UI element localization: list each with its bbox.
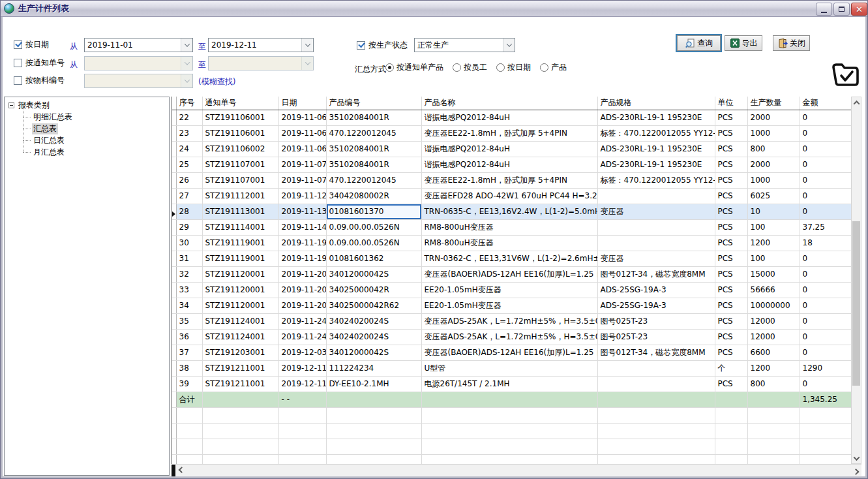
close-window-button[interactable]: ✕: [851, 3, 867, 16]
cell-qty[interactable]: 10000000: [747, 298, 800, 313]
cell-notice[interactable]: STZ191106001: [202, 110, 278, 125]
cell-spec[interactable]: [597, 188, 715, 204]
cell-spec[interactable]: [597, 360, 715, 376]
cell-date[interactable]: 2019-11-14: [278, 219, 326, 235]
cell-unit[interactable]: PCS: [715, 235, 747, 251]
cell-notice[interactable]: STZ191211001: [202, 360, 278, 376]
cell-name[interactable]: 变压器(BAOER)ADS-12AH EE16(加厚)L=1.25 自动: [421, 345, 597, 360]
cell-qty[interactable]: 100: [747, 251, 800, 266]
cell-no[interactable]: 36: [176, 329, 202, 345]
table-row[interactable]: 39STZ1912110012019-12-11DY-EE10-2.1MH电源2…: [172, 376, 851, 392]
cell-amount[interactable]: 0: [800, 141, 851, 157]
cell-code[interactable]: 01081601370: [326, 204, 421, 219]
by-notice-checkbox[interactable]: [14, 59, 22, 67]
cell-code[interactable]: 470.1220012045: [326, 172, 421, 188]
cell-no[interactable]: 27: [176, 188, 202, 204]
cell-qty[interactable]: 1000: [747, 125, 800, 141]
cell-no[interactable]: 31: [176, 251, 202, 266]
cell-spec[interactable]: 标签：470.1220012055 YY12-1: [597, 172, 715, 188]
cell-date[interactable]: 2019-12-11: [278, 360, 326, 376]
cell-spec[interactable]: ADS-230RL-19-1 195230E: [597, 157, 715, 172]
table-row[interactable]: 27STZ1911120012019-11-1234042080002R变压器E…: [172, 188, 851, 204]
cell-amount[interactable]: 0: [800, 345, 851, 360]
cell-notice[interactable]: STZ191120001: [202, 266, 278, 282]
radio-icon[interactable]: [540, 63, 548, 72]
table-row[interactable]: 23STZ1911060012019-11-06470.1220012045变压…: [172, 125, 851, 141]
cell-spec[interactable]: ADS-230RL-19-1 195230E: [597, 141, 715, 157]
cell-notice[interactable]: STZ191120001: [202, 282, 278, 298]
table-row[interactable]: 28STZ1911130012019-11-1301081601370TRN-0…: [172, 204, 851, 219]
cell-notice[interactable]: STZ191114001: [202, 219, 278, 235]
cell-amount[interactable]: 0: [800, 157, 851, 172]
cell-date[interactable]: 2019-11-20: [278, 266, 326, 282]
cell-no[interactable]: 25: [176, 157, 202, 172]
column-header[interactable]: 单位: [715, 97, 747, 110]
cell-date[interactable]: 2019-11-19: [278, 235, 326, 251]
cell-code[interactable]: 35102084001R: [326, 110, 421, 125]
cell-no[interactable]: 30: [176, 235, 202, 251]
maximize-button[interactable]: [833, 3, 850, 16]
cell-amount[interactable]: 0: [800, 298, 851, 313]
cell-code[interactable]: 34025000042R: [326, 282, 421, 298]
cell-name[interactable]: RM8-800uH变压器: [421, 235, 597, 251]
cell-qty[interactable]: 1200: [747, 360, 800, 376]
cell-unit[interactable]: PCS: [715, 125, 747, 141]
cell-notice[interactable]: STZ191106001: [202, 125, 278, 141]
cell-code[interactable]: 111224234: [326, 360, 421, 376]
cell-name[interactable]: 谐振电感PQ2012-84uH: [421, 110, 597, 125]
cell-notice[interactable]: STZ191112001: [202, 188, 278, 204]
cell-amount[interactable]: 0: [800, 125, 851, 141]
cell-notice[interactable]: STZ191119001: [202, 251, 278, 266]
cell-name[interactable]: 变压器EE22-1.8mH，卧式加厚 5+4PIN: [421, 172, 597, 188]
cell-date[interactable]: 2019-11-06: [278, 125, 326, 141]
cell-name[interactable]: 变压器ADS-25AK，L=1.72mH±5%，H=3.5±0.2m: [421, 313, 597, 329]
cell-qty[interactable]: 800: [747, 376, 800, 392]
cell-qty[interactable]: 800: [747, 141, 800, 157]
table-row[interactable]: 38STZ1912110012019-12-11111224234U型管个120…: [172, 360, 851, 376]
table-row[interactable]: 35STZ1911240012019-11-2434024020024S变压器A…: [172, 313, 851, 329]
cell-qty[interactable]: 2000: [747, 110, 800, 125]
horizontal-scrollbar[interactable]: [172, 464, 861, 476]
cell-qty[interactable]: 6600: [747, 345, 800, 360]
cell-notice[interactable]: STZ191107001: [202, 172, 278, 188]
cell-qty[interactable]: 56666: [747, 282, 800, 298]
cell-name[interactable]: TRN-0362-C，EE13,31V6W，L(1-2)=2.6mH±7%: [421, 251, 597, 266]
cell-qty[interactable]: 2000: [747, 157, 800, 172]
cell-date[interactable]: 2019-11-13: [278, 204, 326, 219]
cell-qty[interactable]: 12000: [747, 329, 800, 345]
cell-code[interactable]: 0.09.00.00.0526N: [326, 235, 421, 251]
table-row[interactable]: 33STZ1911200012019-11-2034025000042REE20…: [172, 282, 851, 298]
column-header[interactable]: 产品规格: [597, 97, 715, 110]
column-header[interactable]: 生产数量: [747, 97, 800, 110]
cell-spec[interactable]: 图号025T-23: [597, 313, 715, 329]
table-row[interactable]: 22STZ1911060012019-11-0635102084001R谐振电感…: [172, 110, 851, 125]
cell-name[interactable]: U型管: [421, 360, 597, 376]
cell-name[interactable]: 谐振电感PQ2012-84uH: [421, 157, 597, 172]
cell-code[interactable]: 34024020024S: [326, 313, 421, 329]
cell-amount[interactable]: 0: [800, 204, 851, 219]
cell-code[interactable]: 34025000042R62: [326, 298, 421, 313]
cell-no[interactable]: 39: [176, 376, 202, 392]
cell-spec[interactable]: 图号012T-34，磁芯宽度8MM: [597, 266, 715, 282]
table-row[interactable]: 37STZ1912030012019-12-0334012000042S变压器(…: [172, 345, 851, 360]
cell-amount[interactable]: 0: [800, 188, 851, 204]
cell-unit[interactable]: PCS: [715, 329, 747, 345]
minimize-button[interactable]: [816, 3, 832, 16]
cell-code[interactable]: DY-EE10-2.1MH: [326, 376, 421, 392]
cell-code[interactable]: 34024020024S: [326, 329, 421, 345]
date-to-dropdown-button[interactable]: [301, 39, 313, 52]
cell-no[interactable]: 28: [176, 204, 202, 219]
cell-spec[interactable]: ADS-25SG-19A-3: [597, 282, 715, 298]
cell-spec[interactable]: 变压器: [597, 251, 715, 266]
vertical-scrollbar-thumb[interactable]: [852, 221, 860, 386]
table-row[interactable]: 26STZ1911070012019-11-07470.1220012045变压…: [172, 172, 851, 188]
cell-unit[interactable]: PCS: [715, 172, 747, 188]
cell-spec[interactable]: ADS-230RL-19-1 195230E: [597, 110, 715, 125]
cell-spec[interactable]: 图号025T-23: [597, 329, 715, 345]
cell-name[interactable]: EE20-1.05mH变压器: [421, 298, 597, 313]
cell-no[interactable]: 33: [176, 282, 202, 298]
cell-spec[interactable]: 变压器: [597, 204, 715, 219]
cell-amount[interactable]: 0: [800, 313, 851, 329]
cell-date[interactable]: 2019-11-20: [278, 298, 326, 313]
cell-date[interactable]: 2019-11-12: [278, 188, 326, 204]
